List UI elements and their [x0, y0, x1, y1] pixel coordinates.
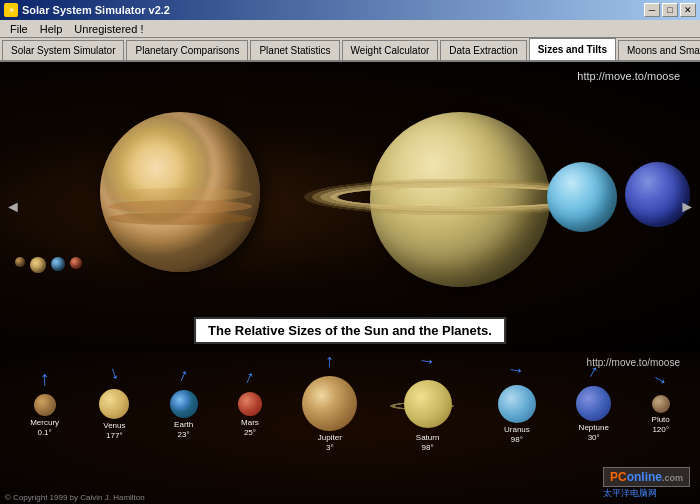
planet-venus-bottom: [99, 389, 129, 419]
title-buttons: ─ □ ✕: [644, 3, 696, 17]
mercury-label: Mercury0.1°: [30, 418, 59, 437]
copyright-text: © Copyright 1999 by Calvin J. Hamilton: [5, 493, 145, 502]
url-bottom: http://move.to/moose: [587, 357, 680, 368]
menu-unregistered: Unregistered !: [68, 22, 149, 36]
saturn-label: Saturn98°: [416, 433, 440, 452]
tab-weight-calculator[interactable]: Weight Calculator: [342, 40, 439, 60]
planet-venus-mini: [30, 257, 46, 273]
planet-mercury-mini: [15, 257, 25, 267]
uranus-label: Uranus98°: [504, 425, 530, 444]
arrow-right[interactable]: ►: [679, 198, 695, 216]
maximize-button[interactable]: □: [662, 3, 678, 17]
small-planets-right: [547, 162, 690, 232]
tilt-uranus: ↑ Uranus98°: [498, 360, 536, 444]
neptune-label: Neptune30°: [579, 423, 609, 442]
app-icon: ☀: [4, 3, 18, 17]
sizes-display: http://move.to/moose ◄ ► The Relative Si…: [0, 62, 700, 352]
tilt-mars: ↑ Mars25°: [238, 367, 262, 437]
tilt-earth: ↑ Earth23°: [170, 365, 198, 439]
tilt-mercury: ↑ Mercury0.1°: [30, 367, 59, 437]
planet-earth-bottom: [170, 390, 198, 418]
venus-label: Venus177°: [103, 421, 125, 440]
planet-neptune-medium: [625, 162, 690, 227]
planet-jupiter-bottom: [302, 376, 357, 431]
close-button[interactable]: ✕: [680, 3, 696, 17]
tilt-jupiter: ↑ Jupiter3°: [302, 352, 357, 453]
planet-earth-mini: [51, 257, 65, 271]
arrow-left[interactable]: ◄: [5, 198, 21, 216]
menu-bar: File Help Unregistered !: [0, 20, 700, 38]
tilt-pluto: ↑ Pluto120°: [652, 370, 670, 434]
watermark: PConline.com 太平洋电脑网: [603, 467, 690, 500]
pluto-label: Pluto120°: [652, 415, 670, 434]
watermark-sub: 太平洋电脑网: [603, 487, 690, 500]
tab-planet-statistics[interactable]: Planet Statistics: [250, 40, 339, 60]
earth-label: Earth23°: [174, 420, 193, 439]
content-area: http://move.to/moose ◄ ► The Relative Si…: [0, 62, 700, 504]
jupiter-label: Jupiter3°: [318, 433, 342, 452]
tab-solar-system-simulator[interactable]: Solar System Simulator: [2, 40, 124, 60]
tilt-venus: ↑ Venus177°: [99, 364, 129, 440]
tilts-display: http://move.to/moose ↑ Mercury0.1° ↑ Ven…: [0, 352, 700, 504]
small-planets-left: [15, 257, 82, 273]
tab-planetary-comparisons[interactable]: Planetary Comparisons: [126, 40, 248, 60]
menu-file[interactable]: File: [4, 22, 34, 36]
planet-jupiter-large: [100, 112, 260, 272]
tilted-planets-row: ↑ Mercury0.1° ↑ Venus177° ↑ Earth23° ↑ M…: [0, 357, 700, 447]
menu-help[interactable]: Help: [34, 22, 69, 36]
tabs-container: Solar System Simulator Planetary Compari…: [0, 38, 700, 62]
sizes-caption: The Relative Sizes of the Sun and the Pl…: [194, 317, 506, 344]
tab-sizes-and-tilts[interactable]: Sizes and Tilts: [529, 38, 616, 60]
watermark-text: PConline.com: [603, 467, 690, 487]
window-title: Solar System Simulator v2.2: [22, 4, 644, 16]
planet-mars-bottom: [238, 392, 262, 416]
tilt-neptune: ↑ Neptune30°: [576, 361, 611, 442]
tab-moons-and-small-planets[interactable]: Moons and Small Planets: [618, 40, 700, 60]
planet-pluto-bottom: [652, 395, 670, 413]
url-top: http://move.to/moose: [577, 70, 680, 82]
tab-data-extraction[interactable]: Data Extraction: [440, 40, 526, 60]
mars-label: Mars25°: [241, 418, 259, 437]
planet-mercury-bottom: [34, 394, 56, 416]
planet-neptune-bottom: [576, 386, 611, 421]
tilt-saturn: ↑ Saturn98°: [398, 352, 458, 453]
planet-uranus-medium: [547, 162, 617, 232]
planet-uranus-bottom: [498, 385, 536, 423]
planet-mars-mini: [70, 257, 82, 269]
title-bar: ☀ Solar System Simulator v2.2 ─ □ ✕: [0, 0, 700, 20]
planet-saturn-bottom: [398, 376, 458, 431]
minimize-button[interactable]: ─: [644, 3, 660, 17]
